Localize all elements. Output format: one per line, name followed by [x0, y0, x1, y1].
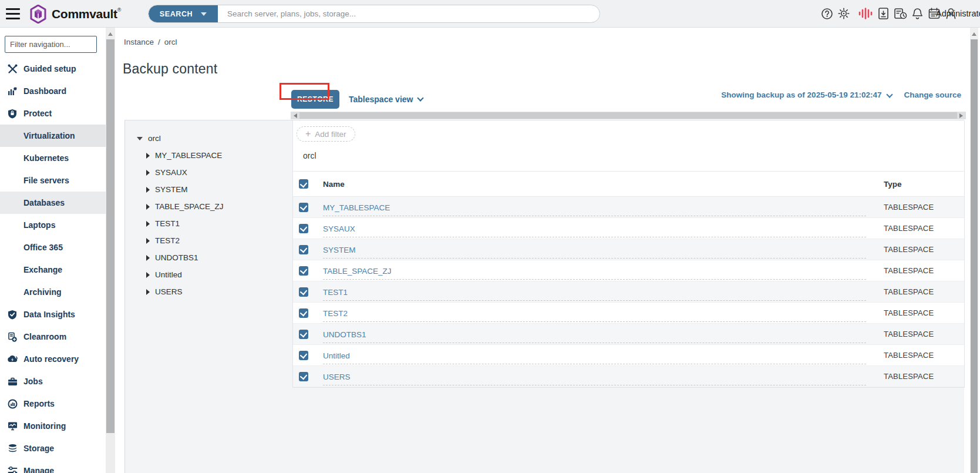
sidebar-item-storage[interactable]: Storage — [0, 437, 106, 459]
settings-sun-icon[interactable] — [837, 7, 850, 20]
row-checkbox[interactable] — [299, 287, 308, 297]
tree-node[interactable]: USERS — [125, 283, 292, 300]
tree-collapsed-arrow-icon[interactable] — [146, 289, 150, 295]
tree-node[interactable]: Untitled — [125, 266, 292, 283]
hamburger-menu-icon[interactable] — [6, 8, 20, 19]
row-checkbox[interactable] — [299, 203, 308, 212]
page-scrollbar-thumb[interactable] — [971, 39, 978, 473]
sidebar-item-guided-setup[interactable]: Guided setup — [0, 58, 106, 80]
scroll-up-arrow-icon[interactable] — [972, 32, 976, 36]
tree-node[interactable]: TEST2 — [125, 232, 292, 249]
sidebar-item-reports[interactable]: Reports — [0, 393, 106, 415]
sidebar-item-label: Monitoring — [23, 421, 66, 431]
commvault-logo[interactable]: Commvault® — [29, 5, 121, 24]
row-checkbox[interactable] — [299, 330, 308, 339]
select-all-checkbox[interactable] — [299, 179, 308, 189]
sidebar-item-protect[interactable]: Protect — [0, 102, 106, 125]
row-name-link[interactable]: Untitled — [323, 351, 350, 360]
tree-node-orcl[interactable]: orcl — [125, 130, 292, 147]
row-name-link[interactable]: TEST2 — [323, 309, 348, 318]
scroll-up-arrow-icon[interactable] — [108, 32, 113, 36]
tree-expanded-arrow-icon[interactable] — [137, 137, 143, 140]
add-filter-button[interactable]: + Add filter — [297, 126, 355, 142]
sidebar-item-label: Storage — [23, 444, 54, 453]
sidebar-item-kubernetes[interactable]: Kubernetes — [0, 147, 106, 169]
job-history-icon[interactable] — [894, 7, 907, 20]
row-name-link[interactable]: TEST1 — [323, 288, 348, 297]
tree-collapsed-arrow-icon[interactable] — [146, 255, 150, 261]
backup-time-label[interactable]: Showing backup as of 2025-05-19 21:02:47 — [721, 90, 881, 99]
sidebar-item-databases[interactable]: Databases — [0, 192, 106, 214]
row-checkbox[interactable] — [299, 372, 308, 381]
tree-node[interactable]: MY_TABLESPACE — [125, 147, 292, 164]
horizontal-scrollbar-thumb[interactable] — [299, 112, 957, 119]
sidebar-item-manage[interactable]: Manage — [0, 459, 106, 473]
page-vertical-scrollbar[interactable] — [970, 28, 978, 473]
dashboard-icon — [7, 86, 18, 96]
row-checkbox[interactable] — [299, 245, 308, 254]
sidebar-scrollbar-thumb[interactable] — [106, 39, 114, 433]
sidebar-item-data-insights[interactable]: Data Insights — [0, 303, 106, 326]
row-checkbox[interactable] — [299, 308, 308, 318]
row-checkbox[interactable] — [299, 224, 308, 233]
alerts-bell-icon[interactable] — [911, 7, 924, 20]
tree-node-label: SYSTEM — [155, 185, 188, 194]
sidebar-item-archiving[interactable]: Archiving — [0, 281, 106, 303]
assistant-waveform-icon[interactable] — [858, 7, 873, 20]
nav-filter-input[interactable] — [5, 36, 97, 53]
tree-node-label: USERS — [155, 287, 183, 296]
download-report-icon[interactable] — [877, 7, 890, 20]
change-source-link[interactable]: Change source — [904, 90, 961, 99]
search-scope-button[interactable]: SEARCH — [149, 5, 218, 22]
tree-node[interactable]: SYSTEM — [125, 181, 292, 198]
row-type: TABLESPACE — [884, 224, 934, 233]
scroll-left-arrow-icon[interactable] — [294, 113, 297, 118]
sidebar-item-monitoring[interactable]: Monitoring — [0, 415, 106, 437]
logged-in-user[interactable]: Administrator — [936, 9, 980, 18]
tree-collapsed-arrow-icon[interactable] — [146, 272, 150, 278]
tree-node-label: UNDOTBS1 — [155, 253, 198, 262]
sidebar-item-file-servers[interactable]: File servers — [0, 169, 106, 192]
row-name-link[interactable]: USERS — [323, 373, 351, 381]
row-name-link[interactable]: UNDOTBS1 — [323, 330, 366, 339]
scroll-right-arrow-icon[interactable] — [959, 113, 963, 118]
tree-collapsed-arrow-icon[interactable] — [146, 204, 150, 210]
row-name-link[interactable]: SYSTEM — [323, 246, 356, 254]
row-checkbox[interactable] — [299, 351, 308, 360]
sidebar-item-cleanroom[interactable]: Cleanroom — [0, 326, 106, 348]
sidebar-item-exchange[interactable]: Exchange — [0, 259, 106, 281]
help-icon[interactable] — [821, 8, 833, 20]
sidebar-item-virtualization[interactable]: Virtualization — [0, 125, 106, 147]
chevron-down-icon[interactable] — [887, 91, 893, 98]
tree-collapsed-arrow-icon[interactable] — [146, 187, 150, 193]
sidebar-item-dashboard[interactable]: Dashboard — [0, 80, 106, 102]
column-header-type[interactable]: Type — [884, 180, 902, 189]
sidebar-item-laptops[interactable]: Laptops — [0, 214, 106, 236]
row-name-link[interactable]: MY_TABLESPACE — [323, 203, 390, 212]
tree-node[interactable]: TEST1 — [125, 215, 292, 232]
sidebar-item-jobs[interactable]: Jobs — [0, 370, 106, 393]
row-name-link[interactable]: TABLE_SPACE_ZJ — [323, 267, 392, 276]
column-header-name[interactable]: Name — [323, 180, 884, 189]
sidebar-item-label: Kubernetes — [23, 153, 69, 163]
view-selector-dropdown[interactable]: Tablespace view — [349, 95, 423, 104]
sidebar-item-office-365[interactable]: Office 365 — [0, 236, 106, 259]
breadcrumb-instance[interactable]: Instance — [124, 38, 154, 46]
tree-collapsed-arrow-icon[interactable] — [146, 153, 150, 159]
sidebar-item-auto-recovery[interactable]: Auto recovery — [0, 348, 106, 370]
restore-button[interactable]: RESTORE — [291, 90, 339, 109]
breadcrumb-orcl[interactable]: orcl — [164, 38, 177, 46]
tree-collapsed-arrow-icon[interactable] — [146, 238, 150, 244]
row-name-link[interactable]: SYSAUX — [323, 224, 355, 233]
row-checkbox[interactable] — [299, 266, 308, 276]
horizontal-scrollbar[interactable] — [291, 112, 966, 119]
global-search-input[interactable] — [218, 5, 600, 22]
tree-node[interactable]: SYSAUX — [125, 164, 292, 181]
tree-node[interactable]: TABLE_SPACE_ZJ — [125, 198, 292, 215]
sidebar-scrollbar[interactable] — [106, 28, 115, 473]
tree-collapsed-arrow-icon[interactable] — [146, 221, 150, 227]
brand-trademark: ® — [117, 7, 122, 13]
row-dashed-separator — [323, 237, 866, 237]
tree-collapsed-arrow-icon[interactable] — [146, 170, 150, 176]
tree-node[interactable]: UNDOTBS1 — [125, 249, 292, 266]
